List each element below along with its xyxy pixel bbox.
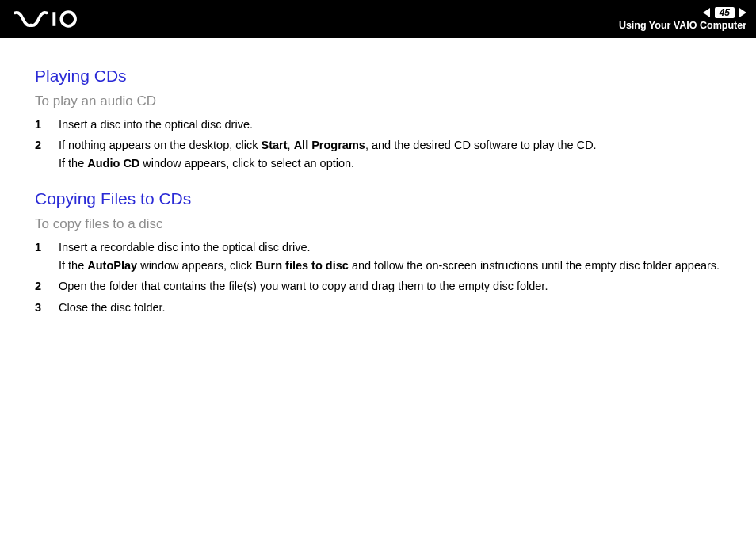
step-text: , xyxy=(288,139,294,151)
bold-text: Burn files to disc xyxy=(255,259,349,272)
step-text: If the xyxy=(59,259,87,272)
page-content: Playing CDs To play an audio CD Insert a… xyxy=(0,38,756,316)
subsection-title-play-audio: To play an audio CD xyxy=(35,93,735,109)
bold-text: All Programs xyxy=(294,139,365,151)
copy-steps-list: Insert a recordable disc into the optica… xyxy=(35,238,735,316)
step-text: If nothing appears on the desktop, click xyxy=(59,139,262,151)
page-navigator: 45 xyxy=(703,7,746,18)
prev-page-icon[interactable] xyxy=(703,8,710,17)
step-text: , and the desired CD software to play th… xyxy=(365,139,597,151)
header-bar: 45 Using Your VAIO Computer xyxy=(0,0,756,38)
svg-point-1 xyxy=(61,12,75,26)
step-text: window appears, click xyxy=(137,259,255,272)
play-steps-list: Insert a disc into the optical disc driv… xyxy=(35,116,735,172)
page-number: 45 xyxy=(715,7,735,18)
subsection-title-copy-files: To copy files to a disc xyxy=(35,216,735,232)
vaio-logo xyxy=(14,0,101,38)
step-text: window appears, click to select an optio… xyxy=(139,157,354,170)
list-item: Close the disc folder. xyxy=(35,299,735,316)
list-item: If nothing appears on the desktop, click… xyxy=(35,136,735,172)
svg-rect-0 xyxy=(52,12,55,26)
step-text: and follow the on-screen instructions un… xyxy=(349,259,720,272)
next-page-icon[interactable] xyxy=(739,8,746,17)
header-subtitle: Using Your VAIO Computer xyxy=(619,20,746,31)
section-title-copying: Copying Files to CDs xyxy=(35,189,735,208)
bold-text: AutoPlay xyxy=(87,259,137,272)
step-text: Open the folder that contains the file(s… xyxy=(59,280,548,292)
step-text: Insert a recordable disc into the optica… xyxy=(59,241,311,254)
list-item: Insert a disc into the optical disc driv… xyxy=(35,116,735,133)
list-item: Insert a recordable disc into the optica… xyxy=(35,238,735,274)
bold-text: Start xyxy=(262,139,288,151)
header-right: 45 Using Your VAIO Computer xyxy=(619,7,746,31)
bold-text: Audio CD xyxy=(87,157,139,170)
list-item: Open the folder that contains the file(s… xyxy=(35,277,735,295)
section-title-playing: Playing CDs xyxy=(35,67,735,86)
step-text: If the xyxy=(59,157,87,170)
step-text: Close the disc folder. xyxy=(59,301,166,314)
step-text: Insert a disc into the optical disc driv… xyxy=(59,118,253,131)
